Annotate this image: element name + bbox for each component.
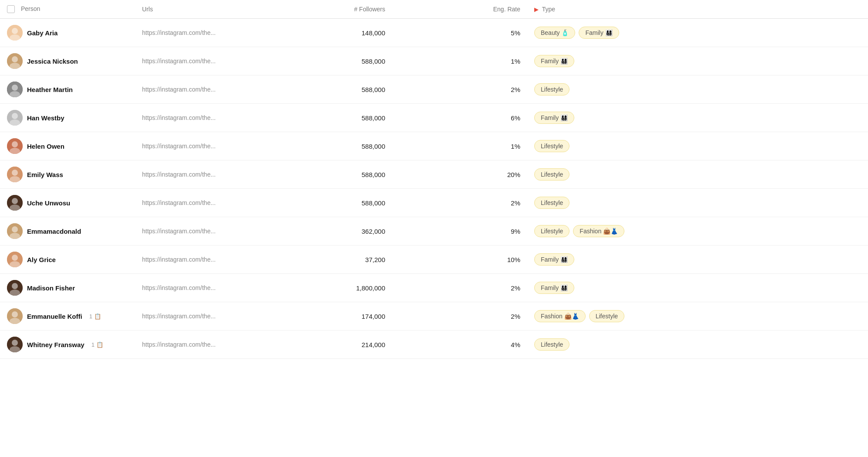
person-cell: Emmanuelle Koffi 1 📋	[0, 302, 135, 331]
url-cell[interactable]: https://instagram.com/the...	[135, 160, 261, 189]
avatar	[7, 167, 23, 182]
table-row[interactable]: Aly Grice https://instagram.com/the...37…	[0, 246, 868, 274]
followers-cell: 588,000	[261, 160, 392, 189]
type-tag: Lifestyle	[534, 197, 570, 209]
avatar	[7, 53, 23, 69]
column-header-urls: Urls	[135, 0, 261, 19]
person-cell: Emmamacdonald	[0, 217, 135, 246]
type-tag: Lifestyle	[534, 140, 570, 152]
person-name: Whitney Fransway	[27, 341, 85, 348]
person-name: Gaby Aria	[27, 29, 58, 37]
engrate-cell: 6%	[392, 104, 527, 132]
person-name: Helen Owen	[27, 143, 64, 150]
table-row[interactable]: Uche Unwosu https://instagram.com/the...…	[0, 189, 868, 217]
influencer-table: Person Urls # Followers Eng. Rate ▶ Type	[0, 0, 868, 359]
avatar	[7, 195, 23, 211]
person-cell: Gaby Aria	[0, 19, 135, 47]
followers-cell: 588,000	[261, 104, 392, 132]
person-cell: Han Westby	[0, 104, 135, 132]
followers-cell: 588,000	[261, 132, 392, 160]
type-tag: Family 👨‍👩‍👧‍👦	[579, 27, 619, 39]
table-row[interactable]: Emmamacdonald https://instagram.com/the.…	[0, 217, 868, 246]
engrate-cell: 4%	[392, 331, 527, 359]
type-tag: Fashion 👜👗	[573, 225, 624, 237]
type-flag-icon: ▶	[534, 6, 539, 13]
person-cell: Emily Wass	[0, 160, 135, 189]
url-cell[interactable]: https://instagram.com/the...	[135, 104, 261, 132]
followers-cell: 37,200	[261, 246, 392, 274]
url-cell[interactable]: https://instagram.com/the...	[135, 246, 261, 274]
type-cell: LifestyleFashion 👜👗	[527, 217, 868, 246]
person-cell: Whitney Fransway 1 📋	[0, 331, 135, 359]
type-tag: Lifestyle	[534, 225, 570, 237]
select-all-checkbox[interactable]	[7, 5, 15, 13]
engrate-cell: 10%	[392, 246, 527, 274]
engrate-cell: 2%	[392, 274, 527, 302]
person-name: Madison Fisher	[27, 284, 75, 292]
type-tag: Lifestyle	[534, 338, 570, 351]
person-name: Emmamacdonald	[27, 228, 81, 235]
type-cell: Family 👨‍👩‍👧‍👦	[527, 246, 868, 274]
type-cell: Beauty 🧴Family 👨‍👩‍👧‍👦	[527, 19, 868, 47]
engrate-cell: 2%	[392, 189, 527, 217]
svg-point-22	[12, 226, 18, 232]
avatar	[7, 82, 23, 97]
url-cell[interactable]: https://instagram.com/the...	[135, 75, 261, 104]
person-name: Aly Grice	[27, 256, 56, 263]
engrate-cell: 1%	[392, 132, 527, 160]
person-column-label: Person	[21, 5, 40, 12]
url-cell[interactable]: https://instagram.com/the...	[135, 302, 261, 331]
type-tag: Family 👨‍👩‍👧‍👦	[534, 282, 574, 294]
table-row[interactable]: Emmanuelle Koffi 1 📋 https://instagram.c…	[0, 302, 868, 331]
followers-cell: 588,000	[261, 189, 392, 217]
url-cell[interactable]: https://instagram.com/the...	[135, 19, 261, 47]
column-header-engrate: Eng. Rate	[392, 0, 527, 19]
type-cell: Family 👨‍👩‍👧‍👦	[527, 274, 868, 302]
table-row[interactable]: Emily Wass https://instagram.com/the...5…	[0, 160, 868, 189]
type-tag: Family 👨‍👩‍👧‍👦	[534, 55, 574, 67]
followers-cell: 148,000	[261, 19, 392, 47]
avatar	[7, 223, 23, 239]
type-tag: Lifestyle	[534, 83, 570, 95]
engrate-cell: 2%	[392, 302, 527, 331]
svg-point-7	[12, 85, 18, 91]
url-cell[interactable]: https://instagram.com/the...	[135, 47, 261, 75]
avatar	[7, 138, 23, 154]
avatar	[7, 110, 23, 126]
avatar	[7, 337, 23, 352]
svg-point-13	[12, 141, 18, 147]
table-row[interactable]: Jessica Nickson https://instagram.com/th…	[0, 47, 868, 75]
type-cell: Family 👨‍👩‍👧‍👦	[527, 104, 868, 132]
url-cell[interactable]: https://instagram.com/the...	[135, 132, 261, 160]
svg-point-34	[12, 340, 18, 346]
person-cell: Madison Fisher	[0, 274, 135, 302]
svg-point-19	[12, 198, 18, 204]
table-row[interactable]: Gaby Aria https://instagram.com/the...14…	[0, 19, 868, 47]
engrate-cell: 20%	[392, 160, 527, 189]
person-name: Heather Martin	[27, 86, 73, 93]
avatar	[7, 308, 23, 324]
person-name: Emily Wass	[27, 171, 63, 178]
type-cell: Fashion 👜👗Lifestyle	[527, 302, 868, 331]
table-row[interactable]: Heather Martin https://instagram.com/the…	[0, 75, 868, 104]
table-row[interactable]: Han Westby https://instagram.com/the...5…	[0, 104, 868, 132]
table-row[interactable]: Whitney Fransway 1 📋 https://instagram.c…	[0, 331, 868, 359]
person-name: Han Westby	[27, 114, 64, 122]
followers-cell: 1,800,000	[261, 274, 392, 302]
url-cell[interactable]: https://instagram.com/the...	[135, 189, 261, 217]
type-tag: Fashion 👜👗	[534, 310, 586, 322]
column-header-person: Person	[0, 0, 135, 19]
table-row[interactable]: Madison Fisher https://instagram.com/the…	[0, 274, 868, 302]
followers-cell: 588,000	[261, 75, 392, 104]
type-tag: Beauty 🧴	[534, 27, 575, 39]
url-cell[interactable]: https://instagram.com/the...	[135, 217, 261, 246]
url-cell[interactable]: https://instagram.com/the...	[135, 331, 261, 359]
note-indicator: 1 📋	[92, 341, 103, 348]
type-cell: Lifestyle	[527, 132, 868, 160]
svg-point-28	[12, 283, 18, 289]
type-cell: Lifestyle	[527, 160, 868, 189]
column-header-followers: # Followers	[261, 0, 392, 19]
engrate-cell: 9%	[392, 217, 527, 246]
url-cell[interactable]: https://instagram.com/the...	[135, 274, 261, 302]
table-row[interactable]: Helen Owen https://instagram.com/the...5…	[0, 132, 868, 160]
